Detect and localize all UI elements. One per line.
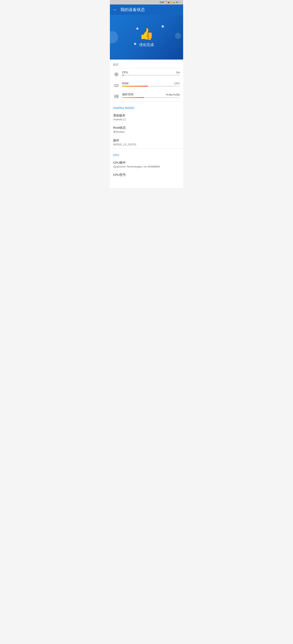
cpu-status-content: CPU 3% [122, 71, 180, 76]
storage-status-content: 储存空间 %1$s/%2$s [122, 93, 180, 98]
firmware-label: 固件 [113, 139, 180, 142]
wifi-icon: ▲ [173, 1, 175, 4]
ram-svg-icon [114, 83, 119, 88]
system-version-label: 系统版本 [113, 114, 180, 118]
battery-icon: 🔋 [179, 1, 181, 4]
4g-icon: 4G [176, 1, 178, 4]
alarm-icon: ⏰ [165, 1, 167, 4]
cpu-status-item: CPU 3% [110, 68, 183, 79]
optimization-complete-text: 优化完成 [139, 42, 154, 47]
back-button[interactable]: ← [113, 7, 117, 12]
app-header: ← 我的设备状态 [110, 4, 183, 15]
ram-icon [113, 82, 120, 89]
cpu-label: CPU [122, 71, 128, 74]
device-section: OnePlus IN2020 系统版本 Android 11 Root状态 未R… [110, 103, 183, 148]
hero-banner: ★ ★ ★ 👍 优化完成 [110, 15, 183, 60]
status-section: 状态 [110, 60, 183, 102]
svg-rect-1 [116, 74, 117, 75]
cpu-model-item: CPU型号 [113, 170, 180, 180]
cpu-svg-icon [114, 72, 119, 77]
main-content: 状态 [110, 60, 183, 188]
cpu-value: 3% [176, 71, 180, 74]
device-model-link[interactable]: OnePlus IN2020 [113, 103, 180, 111]
svg-rect-14 [114, 84, 118, 86]
status-icons: ⏰ ▦ 📶 ▲ 4G 🔋 [165, 1, 181, 4]
star-icon-1: ★ [136, 26, 139, 31]
cpu-hardware-item: CPU硬件 Qualcomm Technologies, Inc MSM8994 [113, 158, 180, 170]
ram-label-row: RAM CPU [122, 82, 180, 85]
ram-progress-bar [122, 86, 148, 86]
root-status-value: 未Rooted [113, 130, 180, 134]
cpu-hardware-label: CPU硬件 [113, 161, 180, 165]
ram-status-content: RAM CPU [122, 82, 180, 86]
bottom-space [110, 180, 183, 188]
storage-progress-container [122, 97, 180, 98]
system-version-value: Android 11 [113, 118, 180, 121]
ram-status-item: RAM CPU [110, 79, 183, 90]
storage-value: %1$s/%2$s [166, 93, 180, 96]
status-section-header: 状态 [110, 60, 183, 68]
cpu-section: CPU CPU硬件 Qualcomm Technologies, Inc MSM… [110, 150, 183, 180]
storage-status-item: 储存空间 %1$s/%2$s [110, 90, 183, 101]
page-title: 我的设备状态 [120, 7, 145, 12]
storage-progress-bar [122, 97, 144, 98]
star-icon-3: ★ [133, 41, 137, 46]
thumbs-up-icon: 👍 [139, 27, 154, 41]
cpu-progress-bar [122, 75, 124, 76]
signal-icon: 📶 [170, 1, 173, 4]
cpu-hardware-value: Qualcomm Technologies, Inc MSM8994 [113, 165, 180, 168]
storage-svg-icon [114, 94, 119, 99]
firmware-value: IN2020_15_210701 [113, 143, 180, 146]
grid-icon: ▦ [168, 1, 169, 4]
star-icon-2: ★ [161, 24, 165, 29]
storage-icon [113, 93, 120, 100]
cpu-label-row: CPU 3% [122, 71, 180, 74]
svg-point-28 [117, 97, 118, 98]
cpu-icon [113, 71, 120, 78]
cpu-section-label: CPU [113, 150, 180, 158]
system-version-item: 系统版本 Android 11 [113, 111, 180, 124]
ram-value: CPU [174, 82, 180, 85]
svg-point-26 [117, 95, 118, 96]
status-time: 2:34 [160, 1, 164, 4]
storage-label-row: 储存空间 %1$s/%2$s [122, 93, 180, 96]
ram-label: RAM [122, 82, 128, 85]
root-status-item: Root状态 未Rooted [113, 124, 180, 136]
storage-label: 储存空间 [122, 93, 133, 96]
cpu-progress-container [122, 75, 180, 76]
status-divider-bottom [113, 101, 180, 102]
svg-point-27 [117, 96, 118, 96]
ram-progress-container [122, 86, 180, 86]
root-status-label: Root状态 [113, 126, 180, 130]
cpu-model-label: CPU型号 [113, 173, 180, 177]
status-bar: 2:34 ⏰ ▦ 📶 ▲ 4G 🔋 [110, 0, 183, 4]
firmware-item: 固件 IN2020_15_210701 [113, 136, 180, 148]
